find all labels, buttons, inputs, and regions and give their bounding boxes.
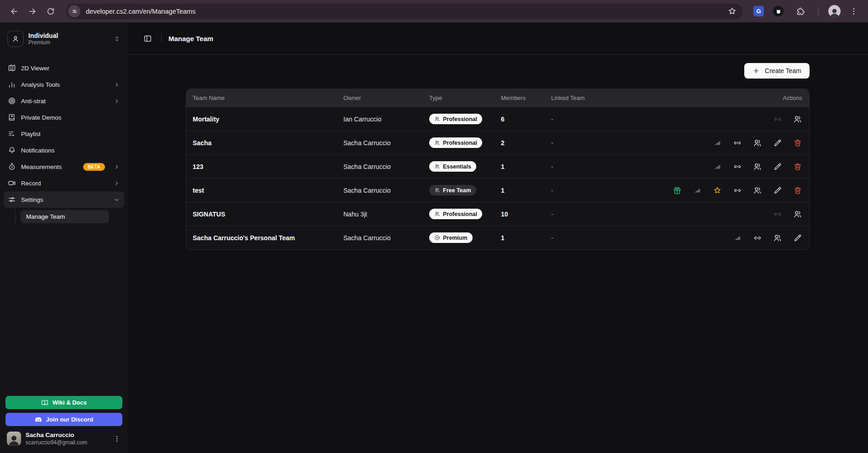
type-badge: Premium (429, 232, 473, 243)
link-action-button[interactable] (773, 210, 782, 219)
sidebar-item-label: Anti-strat (21, 98, 46, 105)
browser-menu-icon[interactable] (846, 4, 862, 19)
column-header: Linked Team (551, 95, 606, 101)
edit-action-button[interactable] (773, 138, 782, 147)
site-info-icon[interactable] (68, 5, 80, 17)
sidebar-item-record[interactable]: Record (4, 175, 124, 191)
users-action-button[interactable] (753, 186, 762, 195)
sidebar-item-anti-strat[interactable]: Anti-strat (4, 93, 124, 109)
address-bar[interactable]: developer.cs2.cam/en/ManageTeams (66, 4, 743, 19)
team-members: 6 (501, 116, 551, 123)
user-menu-icon[interactable] (113, 435, 121, 443)
edit-action-button[interactable] (773, 186, 782, 195)
sidebar-item-label: 2D Viewer (21, 65, 49, 72)
url-text: developer.cs2.cam/en/ManageTeams (86, 8, 195, 15)
main-panel: Manage Team Create Team Team NameOwnerTy… (128, 22, 868, 453)
link-action-button[interactable] (773, 115, 782, 124)
team-members: 10 (501, 211, 551, 218)
type-badge-label: Free Team (443, 187, 471, 194)
extensions-puzzle-icon[interactable] (793, 4, 808, 19)
submenu-item-label: Manage Team (26, 213, 65, 220)
users-action-button[interactable] (793, 210, 802, 219)
team-owner: Sacha Carruccio (343, 163, 429, 170)
sidebar-item-analysis-tools[interactable]: Analysis Tools (4, 76, 124, 93)
table-row: SIGNATUSNahu 3jtProfessional10- (186, 202, 809, 226)
users-action-button[interactable] (773, 233, 782, 242)
row-actions (606, 210, 809, 219)
wiki-docs-button[interactable]: Wiki & Docs (5, 396, 122, 409)
link-action-button[interactable] (733, 162, 742, 171)
bookmark-star-icon[interactable] (727, 6, 737, 16)
link-action-button[interactable] (733, 138, 742, 147)
team-members: 1 (501, 187, 551, 194)
wiki-docs-label: Wiki & Docs (53, 399, 87, 406)
megaphone-action-button[interactable] (713, 162, 722, 171)
user-profile-row[interactable]: Sacha Carruccio scarruccio94@gmail.com (5, 432, 122, 446)
sidebar-toggle-icon[interactable] (141, 32, 154, 45)
teams-table: Team NameOwnerTypeMembersLinked TeamActi… (186, 89, 810, 250)
target-icon (8, 97, 16, 105)
trash-action-button[interactable] (793, 162, 802, 171)
type-badge-label: Professional (443, 116, 477, 122)
linked-team: - (551, 211, 606, 218)
users-icon (434, 187, 440, 193)
main-header: Manage Team (128, 22, 868, 55)
users-action-button[interactable] (793, 115, 802, 124)
linked-team: - (551, 234, 606, 242)
discord-button[interactable]: Join our Discord (5, 413, 122, 426)
type-badge-label: Essentials (443, 163, 471, 170)
edit-action-button[interactable] (773, 162, 782, 171)
row-actions (606, 186, 809, 195)
type-badge: Professional (429, 137, 482, 148)
megaphone-action-button[interactable] (733, 233, 742, 242)
type-badge: Essentials (429, 161, 476, 172)
gift-action-button[interactable] (673, 186, 682, 195)
sidebar-item-notifications[interactable]: Notifications (4, 142, 124, 158)
megaphone-action-button[interactable] (693, 186, 702, 195)
table-row: testSacha CarruccioFree Team1- (186, 178, 809, 202)
link-action-button[interactable] (733, 186, 742, 195)
book-open-icon (41, 399, 48, 406)
extension-g-icon[interactable]: G (753, 6, 764, 16)
browser-toolbar: developer.cs2.cam/en/ManageTeams G (0, 0, 868, 22)
create-team-button[interactable]: Create Team (744, 63, 810, 79)
row-actions (606, 138, 809, 147)
users-action-button[interactable] (753, 138, 762, 147)
table-row: Sacha Carruccio's Personal TeamSacha Car… (186, 226, 809, 249)
star-action-button[interactable] (713, 186, 722, 195)
back-button[interactable] (6, 4, 22, 19)
browser-profile-avatar[interactable] (828, 5, 841, 17)
extension-cat-icon[interactable] (773, 6, 784, 16)
org-switcher[interactable]: Individual Premium (0, 27, 128, 53)
sidebar-item-2d-viewer[interactable]: 2D Viewer (4, 60, 124, 76)
sidebar-item-manage-team[interactable]: Manage Team (21, 210, 109, 223)
link-action-button[interactable] (753, 233, 762, 242)
sidebar-nav: 2D ViewerAnalysis ToolsAnti-stratPrivate… (0, 53, 128, 208)
playlist-icon (8, 130, 16, 138)
users-action-button[interactable] (753, 162, 762, 171)
sidebar-item-settings[interactable]: Settings (4, 191, 124, 208)
sidebar-spacer (0, 224, 128, 396)
linked-team: - (551, 116, 606, 123)
table-row: SachaSacha CarruccioProfessional2- (186, 131, 809, 154)
user-avatar (7, 432, 21, 446)
stopwatch-icon (8, 163, 16, 171)
trash-action-button[interactable] (793, 138, 802, 147)
megaphone-action-button[interactable] (713, 138, 722, 147)
sidebar-item-label: Notifications (21, 147, 55, 154)
edit-action-button[interactable] (793, 233, 802, 242)
reload-button[interactable] (43, 4, 58, 19)
users-icon (434, 211, 440, 217)
chevron-right-icon (113, 98, 120, 105)
team-name: Sacha (186, 139, 343, 147)
chevron-right-icon (113, 180, 120, 187)
sidebar-item-playlist[interactable]: Playlist (4, 126, 124, 142)
linked-team: - (551, 163, 606, 170)
forward-button[interactable] (25, 4, 40, 19)
trash-action-button[interactable] (793, 186, 802, 195)
table-body: MortalityIan CarruccioProfessional6-Sach… (186, 107, 809, 249)
sidebar-item-measurements[interactable]: MeasurementsBETA (4, 158, 124, 175)
page-title: Manage Team (168, 35, 213, 42)
team-owner: Sacha Carruccio (343, 187, 429, 194)
sidebar-item-private-demos[interactable]: Private Demos (4, 109, 124, 126)
